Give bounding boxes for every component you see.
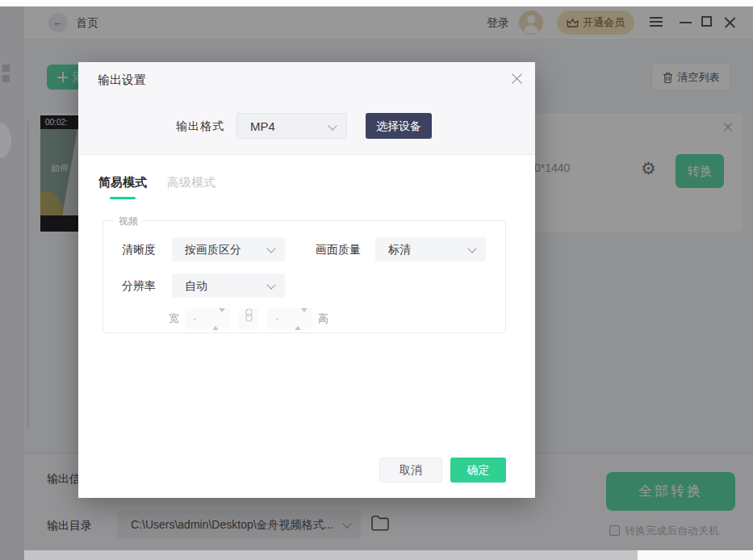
quality-value: 标清 [388, 237, 411, 261]
width-stepper[interactable]: - [185, 308, 230, 328]
drawer-handle[interactable] [0, 123, 11, 158]
select-device-button[interactable]: 选择设备 [366, 113, 432, 139]
stepper-arrows[interactable] [295, 312, 307, 327]
width-label: 宽 [169, 308, 179, 328]
dialog-title: 输出设置 [98, 73, 146, 88]
output-format-select[interactable]: MP4 [236, 113, 347, 139]
clarity-select[interactable]: 按画质区分 [172, 237, 285, 261]
resolution-value: 自动 [185, 274, 207, 298]
chevron-down-icon [467, 244, 476, 253]
quality-select[interactable]: 标清 [375, 237, 486, 261]
chevron-down-icon [328, 121, 337, 130]
dialog-close-icon[interactable] [511, 73, 523, 85]
background-glyph-fragment [2, 75, 10, 82]
video-settings-group: 视频 清晰度 按画质区分 画面质量 标清 分辨率 自动 宽 - [102, 220, 506, 333]
tab-advanced-mode[interactable]: 高级模式 [167, 175, 215, 190]
video-group-legend: 视频 [115, 215, 142, 228]
resolution-select[interactable]: 自动 [172, 274, 285, 298]
height-stepper[interactable]: - [267, 308, 312, 328]
background-window-strip [0, 0, 24, 560]
confirm-button[interactable]: 确定 [450, 458, 506, 483]
cancel-button[interactable]: 取消 [379, 458, 442, 483]
stepper-arrows[interactable] [212, 312, 225, 327]
height-value: - [275, 308, 278, 328]
output-settings-dialog: 输出设置 输出格式 MP4 选择设备 简易模式 高级模式 视频 清晰度 按画质区… [78, 62, 535, 498]
app-screen: ← 首页 登录 开通会员 添加 清空列表 00:02: 如何 0*1440 ⚙ … [0, 0, 753, 560]
width-value: - [193, 308, 196, 328]
quality-label: 画面质量 [316, 237, 361, 261]
dialog-header-section [78, 62, 535, 155]
resolution-label: 分辨率 [122, 274, 156, 298]
tab-simple-mode[interactable]: 简易模式 [98, 175, 147, 190]
output-format-label: 输出格式 [176, 119, 224, 134]
active-tab-underline [110, 197, 136, 199]
desktop-top-sliver [0, 0, 753, 6]
clarity-label: 清晰度 [122, 237, 156, 261]
chevron-down-icon [266, 244, 275, 253]
clarity-value: 按画质区分 [185, 237, 241, 261]
taskbar-fragment [638, 550, 753, 560]
link-dimensions-icon[interactable] [239, 308, 258, 328]
background-glyph-fragment [2, 65, 10, 72]
chevron-down-icon [266, 280, 275, 289]
height-label: 高 [318, 308, 328, 328]
output-format-value: MP4 [250, 114, 275, 139]
